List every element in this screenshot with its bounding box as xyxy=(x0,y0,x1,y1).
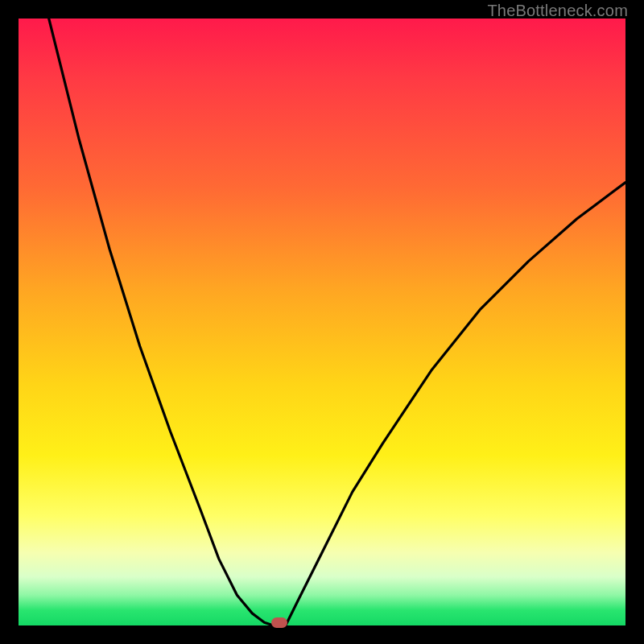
chart-frame: TheBottleneck.com xyxy=(0,0,644,644)
curve-right xyxy=(286,183,625,625)
optimum-marker xyxy=(271,617,287,628)
plot-area xyxy=(19,19,625,625)
bottleneck-curve xyxy=(19,19,625,625)
watermark-text: TheBottleneck.com xyxy=(487,2,628,20)
curve-left xyxy=(49,19,274,625)
